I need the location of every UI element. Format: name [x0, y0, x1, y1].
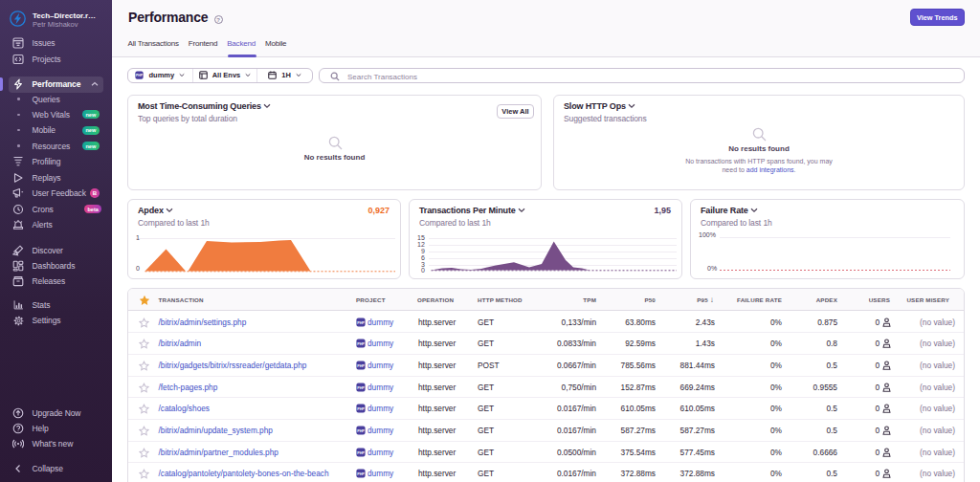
svg-text:PHP: PHP: [357, 385, 365, 389]
svg-text:PHP: PHP: [137, 74, 145, 77]
svg-text:PHP: PHP: [357, 320, 365, 324]
svg-text:PHP: PHP: [357, 407, 365, 411]
svg-text:PHP: PHP: [357, 342, 365, 346]
svg-text:PHP: PHP: [357, 472, 365, 476]
svg-text:PHP: PHP: [357, 364, 365, 368]
svg-text:PHP: PHP: [357, 450, 365, 454]
svg-text:PHP: PHP: [357, 429, 365, 433]
